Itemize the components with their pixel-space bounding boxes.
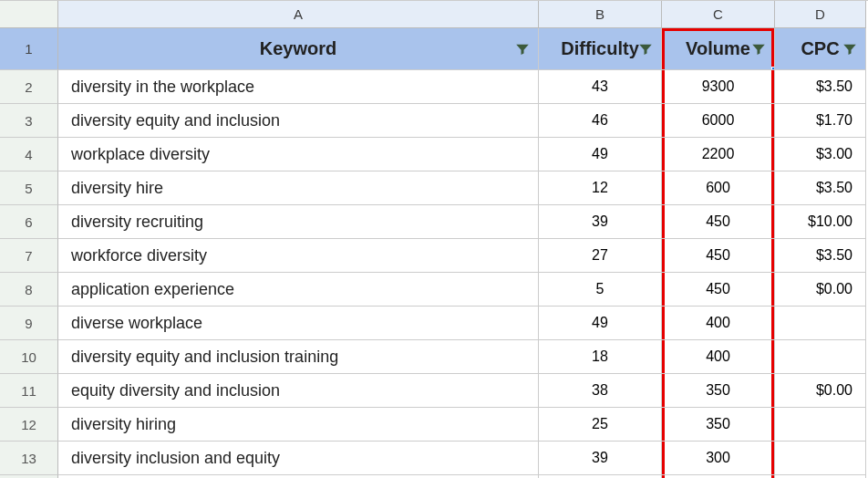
cell-keyword[interactable]: diversity equity and inclusion: [58, 104, 539, 138]
cell-cpc[interactable]: $3.00: [775, 138, 866, 171]
row-header[interactable]: 4: [0, 138, 58, 171]
row-header[interactable]: 6: [0, 205, 58, 239]
cell-difficulty[interactable]: 43: [539, 70, 662, 104]
row-header[interactable]: 7: [0, 239, 58, 273]
row-header[interactable]: 2: [0, 70, 58, 104]
cell-cpc[interactable]: $3.50: [775, 70, 866, 104]
corner-cell[interactable]: [0, 1, 58, 28]
spreadsheet[interactable]: A B C D 1 Keyword Difficulty Volume CPC: [0, 0, 868, 478]
row-header-1[interactable]: 1: [0, 28, 58, 70]
cell-volume[interactable]: 450: [662, 205, 775, 239]
cell-difficulty[interactable]: 25: [539, 408, 662, 442]
cell-keyword[interactable]: workplace diversity: [58, 138, 539, 171]
cell-keyword[interactable]: diversity equity and inclusion training: [58, 340, 539, 374]
header-cpc[interactable]: CPC: [775, 28, 866, 70]
filter-icon[interactable]: [637, 41, 654, 57]
cell-difficulty[interactable]: 49: [539, 138, 662, 171]
cell-cpc[interactable]: $3.50: [775, 239, 866, 273]
cell-keyword[interactable]: diversity in the workplace: [58, 70, 539, 104]
header-keyword[interactable]: Keyword: [58, 28, 539, 70]
cell-volume[interactable]: 400: [662, 340, 775, 374]
cell-cpc[interactable]: $10.00: [775, 205, 866, 239]
filter-icon[interactable]: [842, 41, 858, 57]
row-header[interactable]: 10: [0, 340, 58, 374]
cell-difficulty[interactable]: 39: [539, 442, 662, 475]
cell-volume[interactable]: 350: [662, 408, 775, 442]
col-header-b[interactable]: B: [539, 1, 662, 28]
cell-cpc[interactable]: $3.50: [775, 171, 866, 205]
cell-keyword[interactable]: workforce diversity: [58, 239, 539, 273]
row-header[interactable]: 5: [0, 171, 58, 205]
cell-difficulty[interactable]: 18: [539, 340, 662, 374]
cell-keyword[interactable]: diversity hiring: [58, 408, 539, 442]
row-header[interactable]: 11: [0, 374, 58, 408]
row-header[interactable]: 8: [0, 273, 58, 307]
cell-cpc[interactable]: [775, 408, 866, 442]
cell-volume[interactable]: 9300: [662, 70, 775, 104]
cell-keyword[interactable]: diversity hire: [58, 171, 539, 205]
cell-keyword[interactable]: diversity inclusion and equity: [58, 442, 539, 475]
header-keyword-label: Keyword: [260, 38, 336, 59]
cell-difficulty[interactable]: 46: [539, 104, 662, 138]
cell-volume[interactable]: 6000: [662, 104, 775, 138]
cell-cpc[interactable]: [775, 442, 866, 475]
cell-keyword[interactable]: application experience: [58, 273, 539, 307]
cell-keyword[interactable]: diverse workplace: [58, 307, 539, 340]
cell-difficulty[interactable]: 5: [539, 273, 662, 307]
cell-volume[interactable]: 400: [662, 307, 775, 340]
cell-cpc[interactable]: $1.70: [775, 104, 866, 138]
row-header[interactable]: 12: [0, 408, 58, 442]
filter-icon[interactable]: [514, 41, 531, 57]
cell-cpc[interactable]: $0.00: [775, 374, 866, 408]
cell-keyword[interactable]: equity diversity and inclusion: [58, 374, 539, 408]
col-header-d[interactable]: D: [775, 1, 866, 28]
header-difficulty-label: Difficulty: [561, 38, 639, 59]
row-header[interactable]: 9: [0, 307, 58, 340]
row-header[interactable]: 3: [0, 104, 58, 138]
header-difficulty[interactable]: Difficulty: [539, 28, 662, 70]
cell-difficulty[interactable]: 27: [539, 239, 662, 273]
col-header-c[interactable]: C: [662, 1, 775, 28]
cell-volume[interactable]: 450: [662, 239, 775, 273]
cell-difficulty[interactable]: 38: [539, 374, 662, 408]
header-cpc-label: CPC: [801, 38, 839, 59]
cell-volume[interactable]: 2200: [662, 138, 775, 171]
cell-volume[interactable]: 350: [662, 374, 775, 408]
filter-icon[interactable]: [750, 41, 767, 57]
cell-difficulty[interactable]: 12: [539, 171, 662, 205]
cell-difficulty[interactable]: 39: [539, 205, 662, 239]
cell-volume[interactable]: 600: [662, 171, 775, 205]
cell-volume[interactable]: 300: [662, 442, 775, 475]
row-header[interactable]: 13: [0, 442, 58, 475]
col-header-a[interactable]: A: [58, 1, 539, 28]
header-volume[interactable]: Volume: [662, 28, 775, 70]
cell-cpc[interactable]: [775, 340, 866, 374]
cell-keyword[interactable]: diversity recruiting: [58, 205, 539, 239]
cell-difficulty[interactable]: 49: [539, 307, 662, 340]
cell-volume[interactable]: 450: [662, 273, 775, 307]
header-volume-label: Volume: [686, 38, 750, 59]
cell-cpc[interactable]: $0.00: [775, 273, 866, 307]
cell-cpc[interactable]: [775, 307, 866, 340]
